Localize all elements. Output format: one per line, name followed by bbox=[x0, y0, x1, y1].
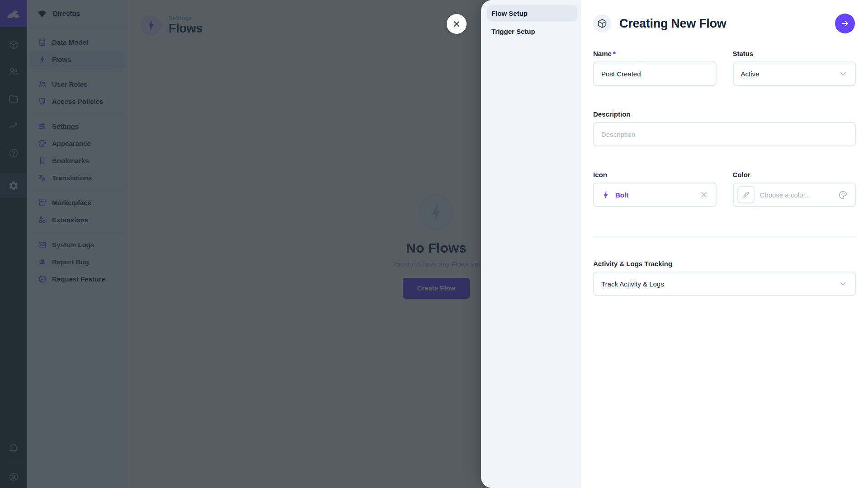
drawer-title: Creating New Flow bbox=[619, 17, 726, 31]
icon-value: Bolt bbox=[615, 191, 628, 199]
tracking-field-group: Activity & Logs Tracking Track Activity … bbox=[593, 260, 856, 296]
status-select[interactable]: Active bbox=[733, 61, 856, 86]
status-value: Active bbox=[741, 70, 760, 78]
eyedropper-icon bbox=[742, 191, 750, 199]
tracking-select[interactable]: Track Activity & Logs bbox=[593, 272, 856, 296]
description-field-group: Description bbox=[593, 110, 856, 146]
icon-field-group: Icon Bolt bbox=[593, 171, 717, 207]
color-label: Color bbox=[733, 171, 856, 178]
name-input[interactable] bbox=[593, 61, 717, 86]
color-field-group: Color Choose a color... bbox=[733, 171, 856, 207]
flow-setup-form: Name* Status Active Description bbox=[593, 50, 856, 296]
drawer-save-button[interactable] bbox=[835, 14, 855, 33]
palette-icon[interactable] bbox=[838, 190, 848, 200]
chevron-down-icon bbox=[839, 279, 848, 288]
arrow-right-icon bbox=[840, 19, 850, 28]
drawer-nav: Flow Setup Trigger Setup bbox=[481, 0, 581, 488]
tracking-value: Track Activity & Logs bbox=[601, 280, 664, 288]
icon-label: Icon bbox=[593, 171, 717, 178]
drawer-header-icon-circle bbox=[593, 14, 611, 33]
close-icon bbox=[452, 19, 461, 28]
color-swatch-button[interactable] bbox=[737, 186, 755, 203]
bolt-icon bbox=[601, 190, 610, 199]
clear-icon[interactable] bbox=[699, 190, 708, 199]
drawer-header: Creating New Flow bbox=[593, 14, 856, 33]
tracking-label: Activity & Logs Tracking bbox=[593, 260, 856, 267]
name-label: Name* bbox=[593, 50, 717, 57]
app-root: Directus Data Model Flows User Role bbox=[0, 0, 868, 488]
drawer-nav-flow-setup[interactable]: Flow Setup bbox=[487, 5, 577, 21]
color-placeholder: Choose a color... bbox=[760, 191, 811, 199]
drawer-close-button[interactable] bbox=[447, 14, 467, 34]
name-field-group: Name* bbox=[593, 50, 717, 86]
cube-icon bbox=[597, 18, 608, 29]
status-field-group: Status Active bbox=[733, 50, 856, 86]
chevron-down-icon bbox=[839, 69, 848, 78]
create-flow-drawer: Flow Setup Trigger Setup Creating New Fl… bbox=[481, 0, 868, 488]
description-input[interactable] bbox=[593, 122, 856, 146]
form-divider bbox=[593, 236, 856, 236]
icon-picker[interactable]: Bolt bbox=[593, 183, 717, 207]
description-label: Description bbox=[593, 110, 856, 118]
color-picker[interactable]: Choose a color... bbox=[733, 183, 856, 207]
required-asterisk: * bbox=[613, 50, 616, 57]
status-label: Status bbox=[733, 50, 856, 57]
drawer-nav-trigger-setup[interactable]: Trigger Setup bbox=[487, 24, 577, 38]
drawer-content: Creating New Flow Name* S bbox=[581, 0, 868, 488]
